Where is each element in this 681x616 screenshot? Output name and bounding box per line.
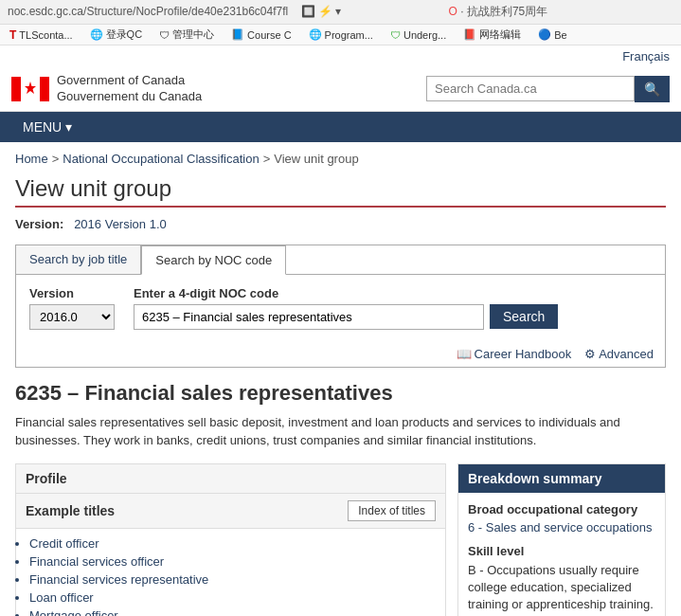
- gov-fr-line1: Gouvernement: [57, 89, 138, 103]
- site-header: Government of Canada Gouvernement du Can…: [0, 67, 681, 112]
- titles-list: Credit officer Financial services office…: [16, 529, 445, 616]
- version-field-group: Version 2016.0 2011 2006: [29, 286, 115, 330]
- tab-indicator: O: [449, 5, 457, 18]
- page-content: Home > National Occupational Classificat…: [0, 142, 681, 616]
- gov-name: Government of Canada Gouvernement du Can…: [57, 73, 202, 105]
- breadcrumb-sep1: >: [52, 152, 60, 166]
- bookmark-undergr[interactable]: 🛡 Underg...: [385, 28, 452, 42]
- bookmark-login[interactable]: 🌐 登录QC: [84, 27, 149, 43]
- logo-area: Government of Canada Gouvernement du Can…: [11, 73, 202, 105]
- title-financial-services-rep[interactable]: Financial services representative: [29, 572, 208, 587]
- list-item: Credit officer: [29, 536, 432, 551]
- list-item: Loan officer: [29, 590, 432, 605]
- breakdown-col: Breakdown summary Broad occupational cat…: [457, 463, 666, 616]
- breakdown-body: Broad occupational category 6 - Sales an…: [458, 493, 665, 616]
- version-line: Version: 2016 Version 1.0: [15, 217, 666, 231]
- noc-code-input[interactable]: [134, 304, 484, 330]
- site-search-area: 🔍: [426, 76, 670, 102]
- browser-address-bar[interactable]: noc.esdc.gc.ca/Structure/NocProfile/de40…: [0, 0, 681, 25]
- page-title: View unit group: [15, 175, 666, 202]
- svg-rect-2: [40, 77, 49, 101]
- bookmarks-bar: T TLSconta... 🌐 登录QC 🛡 管理中心 📘 Course C 🌐…: [0, 25, 681, 45]
- list-item: Mortgage officer: [29, 608, 432, 616]
- breadcrumb-noc[interactable]: National Occupational Classification: [63, 152, 259, 166]
- url-text: noc.esdc.gc.ca/Structure/NocProfile/de40…: [8, 5, 288, 18]
- career-handbook-link[interactable]: 📖 Career Handbook: [457, 347, 572, 361]
- svg-rect-0: [11, 77, 21, 101]
- breakdown-box: Breakdown summary Broad occupational cat…: [457, 463, 666, 616]
- search-tabs: Search by job title Search by NOC code: [16, 245, 665, 275]
- noc-field-label: Enter a 4-digit NOC code: [134, 286, 652, 300]
- tab-noc-code[interactable]: Search by NOC code: [141, 245, 286, 275]
- title-loan-officer[interactable]: Loan officer: [29, 590, 94, 605]
- tab-job-title[interactable]: Search by job title: [16, 245, 141, 274]
- noc-field-group: Enter a 4-digit NOC code Search: [134, 286, 652, 330]
- search-widget: Search by job title Search by NOC code V…: [15, 245, 666, 368]
- search-button[interactable]: Search: [490, 304, 558, 329]
- list-item: Financial services representative: [29, 572, 432, 587]
- list-item: Financial services officer: [29, 554, 432, 569]
- main-title: 6235 – Financial sales representatives: [15, 381, 666, 406]
- broad-category-label: Broad occupational category: [468, 502, 655, 516]
- bookmark-course[interactable]: 📘 Course C: [225, 27, 296, 42]
- lang-bar: Français: [0, 45, 681, 67]
- broad-category-section: Broad occupational category 6 - Sales an…: [468, 502, 655, 534]
- french-link[interactable]: Français: [622, 49, 670, 63]
- version-link[interactable]: 2016 Version 1.0: [74, 217, 167, 231]
- breakdown-header: Breakdown summary: [458, 464, 665, 493]
- profile-body: Example titles Index of titles Credit of…: [16, 494, 445, 616]
- bookmark-editor[interactable]: 📕 网络编辑: [457, 27, 527, 43]
- version-select[interactable]: 2016.0 2011 2006: [29, 304, 115, 330]
- title-credit-officer[interactable]: Credit officer: [29, 536, 99, 551]
- two-col-layout: Profile Example titles Index of titles C…: [15, 463, 666, 616]
- bookmark-admin[interactable]: 🛡 管理中心: [153, 27, 220, 43]
- gear-icon: ⚙: [584, 347, 596, 361]
- skill-level-section: Skill level B - Occupations usually requ…: [468, 544, 655, 614]
- breadcrumb-sep2: >: [263, 152, 271, 166]
- profile-col: Profile Example titles Index of titles C…: [15, 463, 446, 616]
- bookmark-program[interactable]: 🌐 Program...: [303, 27, 379, 42]
- title-financial-services-officer[interactable]: Financial services officer: [29, 554, 164, 569]
- gov-en-line1: Government: [57, 73, 125, 87]
- broad-category-link[interactable]: 6 - Sales and service occupations: [468, 520, 655, 534]
- profile-header: Profile: [16, 464, 445, 494]
- search-form: Version 2016.0 2011 2006 Enter a 4-digit…: [16, 275, 665, 341]
- nav-bar: MENU ▾: [0, 112, 681, 142]
- menu-button[interactable]: MENU ▾: [11, 112, 83, 142]
- browser-icons: 🔲 ⚡ ▾: [301, 5, 342, 18]
- search-links-bar: 📖 Career Handbook ⚙ Advanced: [16, 341, 665, 367]
- bookmark-tlsconta[interactable]: T TLSconta...: [4, 27, 79, 43]
- main-description: Financial sales representatives sell bas…: [15, 413, 666, 450]
- noc-input-row: Search: [134, 304, 652, 330]
- skill-level-value: B - Occupations usually require college …: [468, 562, 655, 614]
- breadcrumb-current: View unit group: [274, 152, 358, 166]
- version-field-label: Version: [29, 286, 115, 300]
- search-row: Version 2016.0 2011 2006 Enter a 4-digit…: [29, 286, 652, 330]
- site-search-button[interactable]: 🔍: [635, 76, 670, 102]
- bookmark-be[interactable]: 🔵 Be: [532, 27, 572, 42]
- example-titles-label: Example titles: [26, 503, 115, 518]
- title-divider: [15, 206, 666, 208]
- site-search-input[interactable]: [426, 76, 635, 101]
- example-titles-header: Example titles Index of titles: [16, 494, 445, 529]
- canada-flag: [11, 77, 49, 101]
- handbook-icon: 📖: [457, 347, 472, 361]
- advanced-link[interactable]: ⚙ Advanced: [584, 347, 654, 361]
- profile-box: Profile Example titles Index of titles C…: [15, 463, 446, 616]
- breadcrumb-home[interactable]: Home: [15, 152, 48, 166]
- index-of-titles-button[interactable]: Index of titles: [348, 500, 436, 521]
- title-mortgage-officer[interactable]: Mortgage officer: [29, 608, 118, 616]
- version-label: Version:: [15, 217, 63, 231]
- skill-level-label: Skill level: [468, 544, 655, 558]
- breadcrumb: Home > National Occupational Classificat…: [15, 152, 666, 166]
